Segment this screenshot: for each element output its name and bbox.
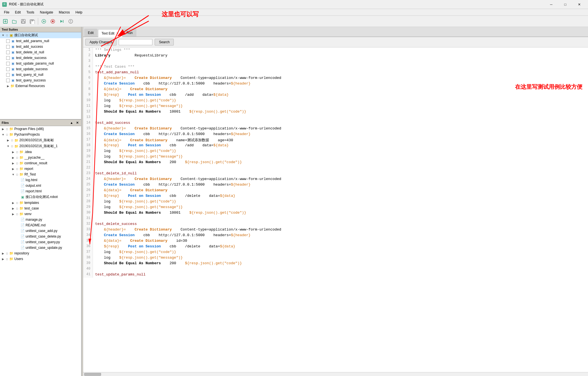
search-input[interactable] bbox=[119, 39, 152, 45]
p1-expand-icon[interactable]: ▶ bbox=[6, 138, 10, 142]
file-item-idea[interactable]: ▶ □ 📁 .idea bbox=[0, 149, 81, 155]
line-content-38[interactable]: log ${resp.json().get("message")} bbox=[93, 255, 588, 261]
tab-edit[interactable]: Edit bbox=[84, 29, 97, 37]
tab-text-edit-close[interactable]: ✕ bbox=[116, 31, 119, 35]
file-item-templates[interactable]: ▶ □ 📁 templates bbox=[0, 200, 81, 206]
checkbox-delete-success[interactable] bbox=[6, 56, 10, 60]
file-item-continue[interactable]: ▶ □ 📁 continue_result bbox=[0, 160, 81, 166]
tree-item-update-params-null[interactable]: ▣ test_update_params_null bbox=[0, 61, 81, 66]
tree-item-delete-success[interactable]: ▣ test_delete_success bbox=[0, 55, 81, 61]
file-item-repository[interactable]: ▶ □ 📁 repository bbox=[0, 250, 81, 256]
pyc-expand2-icon[interactable]: □ bbox=[15, 156, 19, 159]
toolbar-stop[interactable] bbox=[49, 17, 57, 26]
line-content-9[interactable]: ${resp} Post on Session cbb /add data=${… bbox=[93, 92, 588, 98]
checkbox-query-success[interactable] bbox=[6, 79, 10, 82]
idea-expand2-icon[interactable]: □ bbox=[15, 150, 19, 154]
cr-expand2-icon[interactable]: □ bbox=[15, 161, 19, 165]
line-content-36[interactable]: ${resp} Post on Session cbb /delete data… bbox=[93, 244, 588, 250]
pf-expand-icon[interactable]: ▶ bbox=[1, 127, 5, 131]
line-content-6[interactable]: &{header}= Create Dictionary Content-typ… bbox=[93, 76, 588, 81]
line-content-26[interactable]: &{data}= Create Dictionary bbox=[93, 188, 588, 193]
tree-root[interactable]: ▼ □ ▣ 接口自动化测试 bbox=[0, 32, 81, 38]
idea-expand-icon[interactable]: ▶ bbox=[11, 150, 15, 154]
line-content-3[interactable] bbox=[93, 59, 588, 64]
root-expand2-icon[interactable]: □ bbox=[5, 33, 9, 37]
pc-expand2-icon[interactable]: □ bbox=[5, 133, 9, 136]
files-close-btn[interactable]: ✕ bbox=[75, 120, 79, 125]
apply-changes-button[interactable]: Apply Changes bbox=[85, 39, 116, 45]
file-item-ut-query[interactable]: 📄 unittest_case_query.py bbox=[0, 239, 81, 245]
toolbar-new[interactable] bbox=[1, 17, 10, 26]
line-content-35[interactable]: &{data}= Create Dictionary id=30 bbox=[93, 238, 588, 244]
menu-tools[interactable]: Tools bbox=[24, 10, 37, 15]
line-content-29[interactable]: log ${resp.json().get("message")} bbox=[93, 205, 588, 210]
search-button[interactable]: Search bbox=[155, 39, 174, 45]
line-content-21[interactable]: Should Be Equal As Numbers 200 ${resp.js… bbox=[93, 160, 588, 165]
line-content-31[interactable] bbox=[93, 216, 588, 222]
checkbox-add-params-null[interactable] bbox=[6, 39, 10, 43]
pf-expand2-icon[interactable]: □ bbox=[5, 127, 9, 131]
p1-expand2-icon[interactable]: □ bbox=[10, 138, 14, 142]
file-item-ut-delete[interactable]: 📄 unittest_case_delete.py bbox=[0, 234, 81, 239]
repo-expand-icon[interactable]: ▶ bbox=[1, 251, 5, 255]
line-content-40[interactable] bbox=[93, 266, 588, 272]
file-item-readme[interactable]: 📄 README.md bbox=[0, 222, 81, 228]
line-content-37[interactable]: log ${resp.json().get("code")} bbox=[93, 250, 588, 255]
code-editor[interactable]: 1 *** Settings *** 2 Library RequestsLib… bbox=[83, 47, 588, 372]
line-content-16[interactable]: Create Session cbb http://127.0.0.1:5000… bbox=[93, 132, 588, 137]
file-item-log[interactable]: 📄 log.html bbox=[0, 177, 81, 183]
users-expand-icon[interactable]: ▶ bbox=[1, 257, 5, 261]
toolbar-step[interactable] bbox=[58, 17, 66, 26]
tree-item-add-params-null[interactable]: ▣ test_add_params_null bbox=[0, 38, 81, 44]
checkbox-delete-id-null[interactable] bbox=[6, 51, 10, 54]
p2-expand-icon[interactable]: ▼ bbox=[6, 144, 10, 148]
file-item-users[interactable]: ▶ □ 📁 Users bbox=[0, 256, 81, 262]
users-expand2-icon[interactable]: □ bbox=[5, 257, 9, 261]
checkbox-add-success[interactable] bbox=[6, 45, 10, 49]
rf-expand2-icon[interactable]: □ bbox=[15, 172, 19, 176]
line-content-11[interactable]: log ${resp.json().get("message")} bbox=[93, 104, 588, 109]
checkbox-update-success[interactable] bbox=[6, 67, 10, 71]
line-content-12[interactable]: Should Be Equal As Numbers 10001 ${resp.… bbox=[93, 109, 588, 115]
repo-expand2-icon[interactable]: □ bbox=[5, 251, 9, 255]
menu-file[interactable]: File bbox=[1, 10, 12, 15]
toolbar-save-all[interactable] bbox=[28, 17, 36, 26]
line-content-15[interactable]: &{header}= Create Dictionary Content-typ… bbox=[93, 126, 588, 132]
files-expand-btn[interactable]: ▲ bbox=[69, 120, 74, 125]
pc-expand-icon[interactable]: ▼ bbox=[1, 133, 5, 136]
menu-macros[interactable]: Macros bbox=[56, 10, 72, 15]
line-content-13[interactable] bbox=[93, 115, 588, 120]
menu-navigate[interactable]: Navigate bbox=[37, 10, 56, 15]
checkbox-query-id-null[interactable] bbox=[6, 73, 10, 77]
line-content-32[interactable]: test_delete_success bbox=[93, 222, 588, 227]
pyc-expand-icon[interactable]: ▶ bbox=[11, 156, 15, 159]
venv-expand2-icon[interactable]: □ bbox=[15, 212, 19, 216]
file-item-report[interactable]: ▶ □ 📁 report bbox=[0, 166, 81, 172]
line-content-7[interactable]: Create Session cbb http://127.0.0.1:5000… bbox=[93, 81, 588, 87]
line-content-5[interactable]: test_add_params_null bbox=[93, 70, 588, 76]
hscroll-thumb[interactable] bbox=[84, 373, 101, 376]
tc-expand-icon[interactable]: ▶ bbox=[11, 206, 15, 210]
toolbar-save[interactable] bbox=[19, 17, 28, 26]
file-item-rftest[interactable]: ▼ □ 📁 Rf_Test bbox=[0, 172, 81, 177]
line-content-2[interactable]: Library RequestsLibrary bbox=[93, 53, 588, 59]
tab-run[interactable]: Run bbox=[123, 29, 136, 37]
line-content-20[interactable]: log ${resp.json().get("message")} bbox=[93, 154, 588, 160]
cr-expand-icon[interactable]: ▶ bbox=[11, 161, 15, 165]
line-content-30[interactable]: Should Be Equal As Numbers 10001 ${resp.… bbox=[93, 210, 588, 216]
line-content-41[interactable]: test_update_params_null bbox=[93, 272, 588, 278]
file-item-manage[interactable]: 📄 manage.py bbox=[0, 217, 81, 222]
tree-item-add-success[interactable]: ▣ test_add_success bbox=[0, 44, 81, 49]
line-content-10[interactable]: log ${resp.json().get("code")} bbox=[93, 98, 588, 104]
line-content-27[interactable]: ${resp} Post on Session cbb /delete data… bbox=[93, 193, 588, 199]
file-item-program-files[interactable]: ▶ □ 📁 Program Files (x86) bbox=[0, 126, 81, 132]
line-content-1[interactable]: *** Settings *** bbox=[93, 47, 588, 53]
line-content-24[interactable]: &{header}= Create Dictionary Content-typ… bbox=[93, 177, 588, 182]
line-content-25[interactable]: Create Session cbb http://127.0.0.1:5000… bbox=[93, 182, 588, 188]
root-expand-icon[interactable]: ▼ bbox=[1, 33, 5, 37]
line-content-39[interactable]: Should Be Equal As Numbers 200 ${resp.js… bbox=[93, 261, 588, 266]
line-content-23[interactable]: test_delete_id_null bbox=[93, 171, 588, 177]
line-content-33[interactable]: &{header}= Create Dictionary Content-typ… bbox=[93, 227, 588, 233]
minimize-button[interactable]: ─ bbox=[545, 0, 558, 9]
menu-edit[interactable]: Edit bbox=[12, 10, 24, 15]
